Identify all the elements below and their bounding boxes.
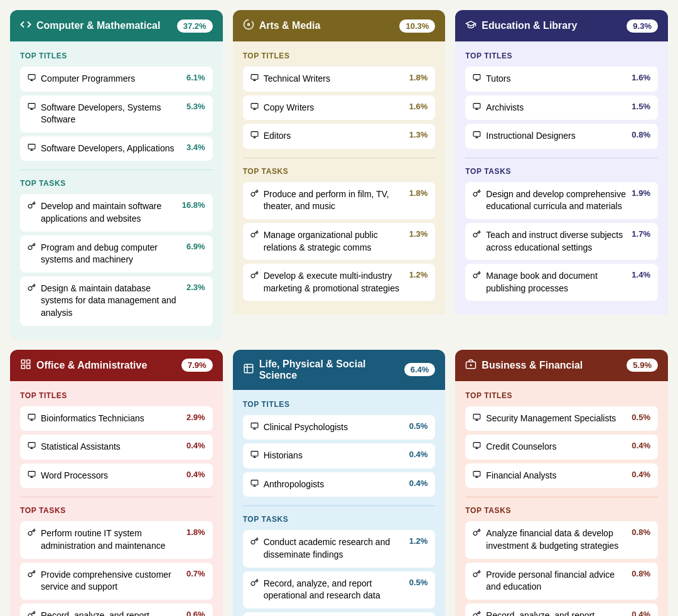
task-text-office-2: Record, analyze, and report operational … [41, 610, 181, 616]
title-text-edu-1: Archivists [486, 102, 524, 114]
title-text-arts-0: Technical Writers [264, 73, 330, 85]
card-body-life: Top Titles Clinical Psychologists 0.5% H [233, 390, 446, 616]
title-pct-biz-1: 0.4% [632, 441, 650, 450]
task-left-edu-0: Design and develop comprehensive educati… [473, 188, 627, 213]
task-text-comp-2: Design & maintain database systems for d… [41, 283, 181, 320]
task-icon-comp-1 [28, 242, 36, 252]
card-title-biz: Business & Financial [482, 360, 583, 371]
task-pct-edu-1: 1.7% [632, 229, 650, 239]
svg-rect-41 [251, 423, 258, 428]
card-header-left-arts: Arts & Media [243, 19, 321, 33]
title-icon-life-2 [250, 479, 259, 489]
divider-office [20, 497, 213, 497]
task-icon-arts-2 [250, 271, 259, 281]
card-body-comp: Top Titles Computer Programmers 6.1% Sof [10, 41, 223, 340]
task-icon-comp-2 [28, 283, 36, 293]
task-icon-arts-1 [250, 230, 259, 240]
title-left-office-0: Bioinformatics Technicians [28, 413, 181, 425]
category-icon-office [20, 359, 31, 372]
top-tasks-label-comp: Top Tasks [20, 179, 213, 188]
task-icon-comp-0 [28, 201, 36, 211]
task-left-arts-0: Produce and perform in film, TV, theater… [250, 188, 404, 213]
task-left-edu-1: Teach and instruct diverse subjects acro… [473, 229, 627, 254]
title-row-office-0: Bioinformatics Technicians 2.9% [20, 406, 213, 431]
title-icon-biz-0 [473, 413, 481, 423]
title-icon-biz-2 [473, 470, 481, 480]
task-row-biz-1: Provide personal financial advice and ed… [465, 563, 658, 600]
task-text-life-0: Conduct academic research and disseminat… [264, 536, 404, 561]
title-row-life-0: Clinical Psychologists 0.5% [243, 415, 436, 440]
title-left-arts-0: Technical Writers [250, 73, 404, 85]
title-icon-edu-1 [473, 102, 481, 112]
task-pct-edu-2: 1.4% [632, 270, 650, 279]
card-badge-arts: 10.3% [399, 19, 435, 33]
svg-rect-53 [473, 414, 480, 419]
task-icon-office-2 [28, 610, 36, 616]
title-icon-arts-2 [250, 131, 259, 141]
title-text-life-2: Anthropologists [264, 478, 325, 491]
task-icon-biz-2 [473, 610, 481, 616]
title-text-biz-0: Security Management Specialists [486, 413, 616, 425]
card-title-life: Life, Physical & Social Science [259, 359, 404, 381]
title-row-biz-0: Security Management Specialists 0.5% [465, 406, 658, 431]
title-row-biz-1: Credit Counselors 0.4% [465, 435, 658, 460]
task-left-biz-2: Record, analyze, and report operational … [473, 610, 627, 616]
card-header-left-edu: Education & Library [465, 19, 577, 33]
title-left-comp-2: Software Developers, Applications [28, 143, 181, 155]
title-text-office-1: Statistical Assistants [41, 441, 121, 453]
svg-rect-30 [27, 365, 30, 368]
title-left-comp-1: Software Developers, Systems Software [28, 102, 181, 126]
task-pct-life-1: 0.5% [409, 578, 428, 587]
svg-rect-0 [28, 75, 35, 80]
task-pct-arts-2: 1.2% [409, 270, 428, 279]
category-icon-arts [243, 19, 254, 33]
card-header-left-comp: Computer & Mathematical [20, 19, 160, 33]
svg-rect-31 [21, 365, 24, 368]
task-row-edu-2: Manage book and document publishing proc… [465, 264, 658, 301]
task-row-office-2: Record, analyze, and report operational … [20, 603, 213, 616]
task-pct-comp-0: 16.8% [182, 200, 205, 210]
svg-rect-29 [27, 360, 30, 363]
task-text-office-1: Provide comprehensive customer service a… [41, 569, 181, 593]
title-row-life-2: Anthropologists 0.4% [243, 472, 436, 497]
task-row-life-1: Record, analyze, and report operational … [243, 571, 436, 608]
title-text-edu-0: Tutors [486, 73, 510, 85]
card-life: Life, Physical & Social Science 6.4% Top… [233, 350, 446, 616]
card-header-life: Life, Physical & Social Science 6.4% [233, 350, 446, 390]
task-pct-biz-1: 0.8% [632, 569, 650, 578]
card-badge-office: 7.9% [181, 359, 213, 372]
divider-life [243, 505, 436, 506]
title-row-office-2: Word Processors 0.4% [20, 463, 213, 489]
task-left-office-2: Record, analyze, and report operational … [28, 610, 181, 616]
task-icon-edu-0 [473, 189, 481, 199]
svg-rect-10 [251, 75, 258, 80]
task-row-comp-1: Program and debug computer systems and m… [20, 235, 213, 273]
title-icon-life-1 [250, 450, 259, 460]
title-icon-arts-1 [250, 102, 259, 112]
svg-rect-32 [28, 414, 35, 419]
card-biz: Business & Financial 5.9% Top Titles Sec… [455, 350, 668, 616]
title-pct-comp-1: 5.3% [186, 102, 205, 111]
top-tasks-label-life: Top Tasks [243, 515, 436, 524]
title-left-arts-1: Copy Writers [250, 102, 404, 114]
task-left-biz-1: Provide personal financial advice and ed… [473, 569, 627, 593]
card-badge-edu: 9.3% [627, 19, 658, 33]
title-pct-comp-0: 6.1% [186, 73, 205, 82]
top-titles-label-biz: Top Titles [465, 391, 658, 400]
task-left-life-1: Record, analyze, and report operational … [250, 578, 404, 602]
task-row-edu-0: Design and develop comprehensive educati… [465, 182, 658, 219]
title-left-biz-2: Financial Analysts [473, 470, 627, 482]
title-left-comp-0: Computer Programmers [28, 73, 181, 85]
card-comp: Computer & Mathematical 37.2% Top Titles… [10, 10, 223, 340]
task-row-life-2: Conduct chemical analyses and experiment… [243, 612, 436, 616]
card-header-biz: Business & Financial 5.9% [455, 350, 668, 381]
title-text-office-2: Word Processors [41, 470, 108, 482]
title-text-life-0: Clinical Psychologists [264, 421, 348, 434]
task-pct-office-0: 1.8% [186, 527, 205, 537]
task-pct-biz-2: 0.4% [632, 610, 650, 616]
title-icon-office-1 [28, 441, 36, 451]
task-icon-edu-2 [473, 271, 481, 281]
title-left-life-2: Anthropologists [250, 478, 404, 491]
task-icon-office-0 [28, 528, 36, 538]
card-title-edu: Education & Library [482, 20, 577, 31]
